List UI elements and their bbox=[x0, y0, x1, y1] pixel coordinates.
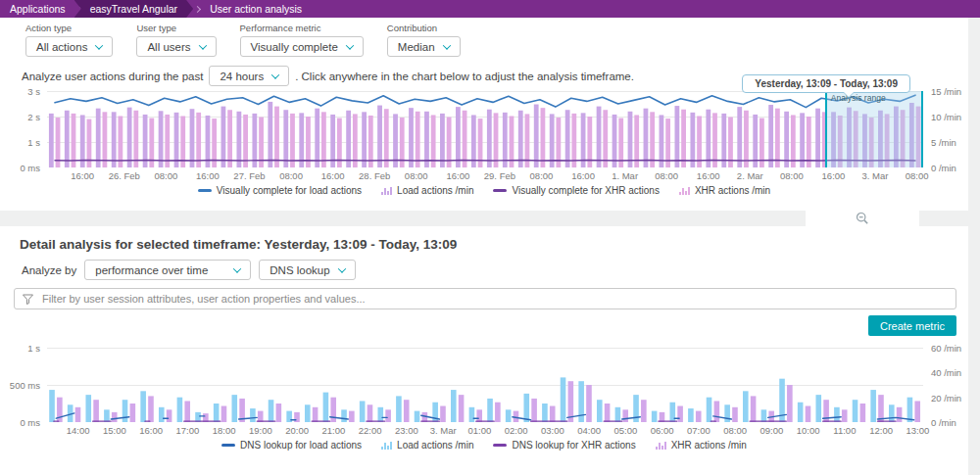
axis-tick-label: 1. Mar bbox=[612, 170, 638, 181]
axis-tick-label: 19:00 bbox=[249, 425, 272, 436]
axis-tick-label: 10 /min bbox=[931, 112, 961, 122]
axis-tick-label: 16:00 bbox=[571, 170, 595, 181]
detail-panel: Detail analysis for selected timeframe: … bbox=[0, 226, 968, 475]
chevron-down-icon bbox=[442, 41, 450, 49]
dropdown-value: performance over time bbox=[95, 264, 208, 276]
axis-tick-label: 08:00 bbox=[405, 170, 428, 181]
axis-tick-label: 2 s bbox=[27, 112, 40, 122]
axis-tick-label: 1 s bbox=[27, 137, 40, 148]
filter-input[interactable] bbox=[40, 292, 948, 306]
axis-tick-label: 01:00 bbox=[468, 425, 492, 436]
chevron-down-icon bbox=[233, 264, 241, 272]
metric-dropdown[interactable]: DNS lookup bbox=[259, 260, 355, 280]
axis-tick-label: 08:00 bbox=[279, 170, 303, 181]
axis-tick-label: 0 ms bbox=[20, 163, 40, 173]
axis-tick-label: 08:00 bbox=[906, 170, 929, 181]
bar-swatch-icon bbox=[679, 186, 690, 195]
dropdown-value: Visually complete bbox=[251, 41, 338, 53]
axis-tick-label: 3. Mar bbox=[430, 425, 457, 436]
user-type-dropdown[interactable]: All users bbox=[136, 36, 216, 57]
axis-tick-label: 20:00 bbox=[285, 425, 309, 436]
analyze-by-label: Analyze by bbox=[22, 264, 76, 276]
legend-item[interactable]: XHR actions /min bbox=[656, 440, 747, 451]
chevron-down-icon bbox=[198, 41, 206, 49]
line-swatch-icon bbox=[198, 189, 212, 192]
legend-item[interactable]: Load actions /min bbox=[381, 185, 473, 196]
zoom-out-button[interactable] bbox=[806, 209, 919, 228]
dropdown-value: 24 hours bbox=[220, 71, 264, 82]
create-metric-button[interactable]: Create metric bbox=[868, 315, 956, 336]
legend-item[interactable]: XHR actions /min bbox=[679, 185, 770, 196]
breadcrumb: Applications easyTravel Angular User act… bbox=[0, 0, 980, 18]
axis-tick-label: 0 /min bbox=[931, 417, 956, 428]
legend-item[interactable]: DNS lookup for XHR actions bbox=[493, 440, 635, 451]
contribution-dropdown[interactable]: Median bbox=[387, 36, 461, 57]
legend-item[interactable]: Load actions /min bbox=[381, 440, 473, 451]
axis-tick-label: 16:00 bbox=[446, 170, 469, 181]
filter-label: Contribution bbox=[387, 23, 461, 33]
filter-contribution: Contribution Median bbox=[387, 23, 461, 57]
analyze-by-dropdown[interactable]: performance over time bbox=[84, 260, 251, 280]
axis-tick-label: 03:00 bbox=[541, 425, 564, 436]
axis-tick-label: 10:00 bbox=[797, 425, 820, 436]
legend-item[interactable]: Visually complete for load actions bbox=[198, 185, 362, 196]
chart2-legend: DNS lookup for load actionsLoad actions … bbox=[0, 440, 968, 451]
axis-tick-label: 05:00 bbox=[614, 425, 638, 436]
axis-tick-label: 04:00 bbox=[577, 425, 601, 436]
breadcrumb-easytravel-angular[interactable]: easyTravel Angular bbox=[74, 0, 194, 18]
dropdown-value: DNS lookup bbox=[270, 264, 329, 276]
chart1-left-axis: 3 s2 s1 s0 ms bbox=[0, 91, 47, 167]
dropdown-value: All users bbox=[147, 41, 190, 53]
axis-tick-label: 16:00 bbox=[697, 170, 720, 181]
axis-tick-label: 11:00 bbox=[833, 425, 856, 436]
legend-label: Visually complete for load actions bbox=[217, 185, 362, 196]
axis-tick-label: 15 /min bbox=[931, 86, 961, 97]
axis-tick-label: 08:00 bbox=[655, 170, 678, 181]
axis-tick-label: 14:00 bbox=[67, 425, 90, 436]
timeframe-chart: 3 s2 s1 s0 ms Analysis range 15 /min10 /… bbox=[0, 91, 968, 196]
line-swatch-icon bbox=[221, 444, 235, 447]
zoom-out-icon bbox=[856, 212, 869, 225]
axis-tick-label: 5 /min bbox=[931, 137, 956, 148]
performance-metric-dropdown[interactable]: Visually complete bbox=[240, 36, 364, 57]
filter-bar: Action type All actions User type All us… bbox=[0, 18, 968, 57]
breadcrumb-applications[interactable]: Applications bbox=[0, 0, 75, 18]
filter-performance-metric: Performance metric Visually complete bbox=[240, 23, 364, 57]
chart2-x-axis: 14:0015:0016:0017:0018:0019:0020:0021:00… bbox=[47, 422, 923, 437]
chevron-down-icon bbox=[337, 264, 345, 272]
timeframe-chart-plot[interactable]: Analysis range bbox=[47, 91, 923, 167]
breadcrumb-label: User action analysis bbox=[210, 3, 302, 15]
analyze-by-row: Analyze by performance over time DNS loo… bbox=[22, 260, 968, 280]
axis-tick-label: 21:00 bbox=[322, 425, 346, 436]
filter-action-type: Action type All actions bbox=[25, 23, 113, 57]
line-swatch-icon bbox=[493, 444, 507, 447]
filter-row bbox=[14, 288, 956, 309]
analysis-range-overlay[interactable]: Analysis range bbox=[825, 91, 923, 167]
axis-tick-label: 06:00 bbox=[651, 425, 674, 436]
breadcrumb-label: easyTravel Angular bbox=[90, 3, 178, 15]
filter-input-wrap bbox=[14, 288, 956, 309]
filter-user-type: User type All users bbox=[136, 23, 216, 57]
legend-label: XHR actions /min bbox=[695, 185, 770, 196]
sentence-suffix: . Click anywhere in the chart below to a… bbox=[295, 71, 634, 82]
chart1-legend: Visually complete for load actionsLoad a… bbox=[0, 185, 968, 196]
axis-tick-label: 40 /min bbox=[931, 367, 961, 378]
timeframe-dropdown[interactable]: 24 hours bbox=[209, 66, 289, 86]
legend-label: Load actions /min bbox=[397, 185, 473, 196]
detail-chart: 1 s500 ms0 ms 60 /min40 /min20 /min0 /mi… bbox=[0, 348, 968, 451]
breadcrumb-user-action-analysis[interactable]: User action analysis bbox=[200, 0, 312, 18]
chevron-down-icon bbox=[271, 71, 279, 78]
chart2-right-axis: 60 /min40 /min20 /min0 /min bbox=[923, 348, 968, 422]
bar-swatch-icon bbox=[381, 441, 392, 450]
axis-tick-label: 02:00 bbox=[505, 425, 528, 436]
axis-tick-label: 08:00 bbox=[780, 170, 804, 181]
axis-tick-label: 15:00 bbox=[103, 425, 126, 436]
action-type-dropdown[interactable]: All actions bbox=[25, 36, 113, 57]
legend-item[interactable]: DNS lookup for load actions bbox=[221, 440, 362, 451]
axis-tick-label: 3 s bbox=[27, 86, 40, 97]
axis-tick-label: 20 /min bbox=[931, 392, 961, 403]
legend-item[interactable]: Visually complete for XHR actions bbox=[493, 185, 659, 196]
filter-label: Performance metric bbox=[240, 23, 364, 33]
filter-label: Action type bbox=[25, 23, 113, 33]
detail-chart-plot[interactable] bbox=[47, 348, 923, 422]
